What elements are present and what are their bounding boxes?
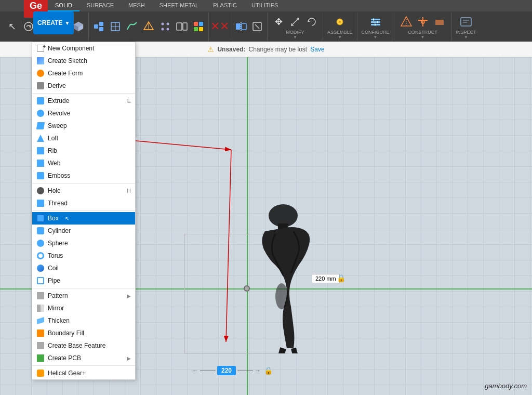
menu-item-sphere[interactable]: Sphere [32,237,135,249]
svg-rect-44 [422,17,423,27]
tab-surface[interactable]: SURFACE [79,0,121,11]
unsaved-label: Unsaved: [217,46,245,53]
svg-rect-22 [183,23,187,30]
menu-item-cylinder[interactable]: Cylinder [32,225,135,237]
menu-item-rib[interactable]: Rib [32,144,135,157]
menu-item-revolve[interactable]: Revolve [32,107,135,120]
menu-label-emboss: Emboss [48,172,70,179]
move-icon[interactable]: ✥ [271,14,286,30]
svg-rect-46 [435,20,444,25]
create-dropdown-menu: New Component Create Sketch Create Form … [32,42,136,380]
menu-item-derive[interactable]: Derive [32,80,135,92]
svg-rect-21 [177,23,182,30]
menu-item-emboss[interactable]: Emboss [32,169,135,182]
menu-label-create-form: Create Form [48,70,83,77]
menu-item-pattern[interactable]: Pattern ▶ [32,289,135,302]
component-icon[interactable] [91,19,107,34]
menu-item-box[interactable]: Box ↖ [32,212,135,225]
construct-arrow[interactable]: ▼ [421,35,425,40]
menu-item-create-pcb[interactable]: Create PCB ▶ [32,352,135,364]
align-icon[interactable] [249,19,265,34]
menu-item-pipe[interactable]: Pipe [32,274,135,287]
menu-item-helical-gear[interactable]: Helical Gear+ [32,367,135,379]
extrude-menu-icon [36,97,45,105]
tab-mesh[interactable]: MESH [121,0,152,11]
construct-icon[interactable] [398,14,414,30]
save-link[interactable]: Save [310,46,324,53]
menu-label-new-component: New Component [48,45,94,52]
svg-rect-47 [461,18,471,26]
menu-item-create-sketch[interactable]: Create Sketch [32,55,135,67]
derive-menu-icon [36,82,45,90]
dim-line-left [200,371,216,371]
menu-item-sweep[interactable]: Sweep [32,120,135,132]
scale-icon[interactable] [287,14,303,30]
menu-label-cylinder: Cylinder [48,227,71,234]
thicken-menu-icon [36,317,45,325]
pattern2-icon[interactable] [157,19,173,34]
menu-item-create-base[interactable]: Create Base Feature [32,339,135,352]
sketch-icon[interactable] [108,19,123,34]
dimension-bottom-value: 220 [217,366,236,375]
menu-label-loft: Loft [48,135,58,142]
svg-rect-29 [242,23,246,30]
menu-item-web[interactable]: Web [32,157,135,169]
menu-item-torus[interactable]: Torus [32,249,135,262]
tab-sheet-metal[interactable]: SHEET METAL [152,0,206,11]
joint-icon[interactable] [332,14,348,30]
modify-arrow[interactable]: ▼ [293,35,297,40]
menu-item-coil[interactable]: Coil [32,262,135,274]
tab-plastic[interactable]: PLASTIC [206,0,244,11]
multicolor-icon[interactable] [191,19,206,34]
svg-rect-25 [194,27,198,31]
cursor-tool-icon[interactable]: ↖ [4,19,20,34]
construct3-icon[interactable] [432,14,447,30]
delete-button[interactable]: ✕ [212,19,228,34]
menu-item-hole[interactable]: Hole H [32,185,135,197]
config-icon[interactable] [368,14,383,30]
cylinder-menu-icon [36,227,45,235]
create-button[interactable]: CREATE ▼ [33,11,74,34]
mesh-icon[interactable] [141,19,156,34]
svg-point-17 [162,23,164,25]
svg-point-38 [373,18,375,20]
tab-utilities[interactable]: UTILITIES [244,0,285,11]
rotate-icon[interactable] [304,14,320,30]
menu-item-mirror[interactable]: Mirror [32,302,135,314]
bottom-lock-icon[interactable]: 🔒 [264,366,273,375]
dimension-lock-icon[interactable]: 🔒 [337,274,345,282]
sphere-menu-icon [36,239,45,247]
menu-divider-3 [32,210,135,211]
frame-icon[interactable] [174,19,190,34]
construct2-icon[interactable] [415,14,431,30]
surface-icon[interactable] [124,19,140,34]
inspect-icon[interactable] [458,14,474,30]
assemble-arrow[interactable]: ▼ [338,35,342,40]
menu-label-pipe: Pipe [48,277,60,284]
flip-icon[interactable] [233,19,249,34]
menu-label-extrude: Extrude [48,97,69,104]
menu-item-loft[interactable]: Loft [32,132,135,144]
svg-point-20 [167,28,169,31]
sweep-menu-icon [36,122,45,130]
menu-divider-2 [32,183,135,183]
svg-point-0 [24,22,33,31]
configure-arrow[interactable]: ▼ [374,35,378,40]
menu-item-thicken[interactable]: Thicken [32,314,135,327]
svg-rect-24 [199,22,203,26]
menu-label-create-sketch: Create Sketch [48,57,87,64]
bottom-dimension-bar: ← 220 → 🔒 [192,366,307,375]
menu-label-thicken: Thicken [48,317,70,324]
menu-item-create-form[interactable]: Create Form [32,67,135,80]
configure-label: CONFIGURE [362,30,390,35]
create-sketch-menu-icon [36,57,45,65]
menu-label-helical-gear: Helical Gear+ [48,370,86,377]
svg-rect-9 [99,22,103,26]
menu-item-new-component[interactable]: New Component [32,42,135,55]
inspect-arrow[interactable]: ▼ [464,35,468,40]
base-menu-icon [36,341,45,350]
menu-item-boundary-fill[interactable]: Boundary Fill [32,327,135,339]
menu-item-extrude[interactable]: Extrude E [32,95,135,107]
menu-item-thread[interactable]: Thread [32,197,135,209]
tab-solid[interactable]: SOLID [48,0,79,11]
